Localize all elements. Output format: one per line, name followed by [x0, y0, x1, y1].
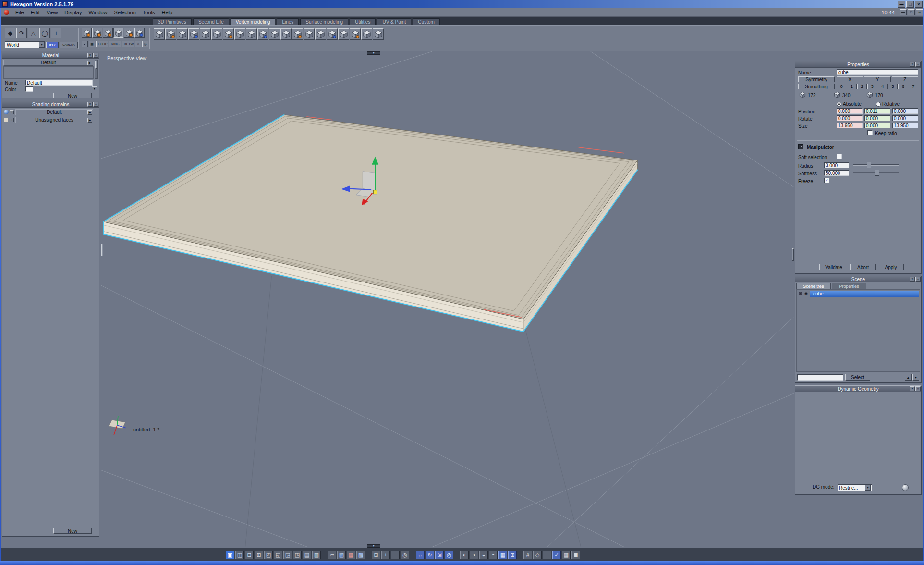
tab-scene-properties[interactable]: Properties [832, 283, 866, 289]
layout-quad-icon[interactable]: ⊞ [255, 551, 263, 559]
position-x-field[interactable] [837, 108, 863, 114]
radius-field[interactable] [824, 162, 849, 168]
modeling-tool-4-icon[interactable] [188, 28, 199, 40]
right-splitter-handle[interactable] [792, 248, 794, 261]
snap-point-icon[interactable]: ◇ [533, 551, 542, 559]
expand-node-icon[interactable]: ⊞ [799, 291, 802, 296]
freeze-checkbox[interactable]: ✓ [824, 178, 829, 183]
menu-selection[interactable]: Selection [111, 9, 139, 16]
size-x-field[interactable] [837, 123, 863, 128]
tool-axe-icon[interactable]: ◆ [5, 28, 15, 38]
material-scrollbar[interactable] [95, 60, 98, 79]
world-axis-select[interactable]: World ▼ [5, 41, 45, 48]
new-material-button[interactable]: New [53, 93, 92, 98]
modeling-tool-14-icon[interactable] [304, 28, 315, 40]
tab-custom[interactable]: Custom [413, 18, 439, 25]
tool-circle-icon[interactable]: ◯ [39, 28, 50, 38]
select-loop-mode-icon[interactable] [124, 28, 134, 38]
paint-select-icon[interactable]: ▦ [89, 41, 95, 47]
smoothing-level-1-button[interactable]: 1 [847, 84, 856, 89]
add-domain-icon[interactable]: + [10, 110, 14, 114]
abort-button[interactable]: Abort [850, 264, 876, 270]
smooth-shading-mode-icon[interactable]: ▦ [347, 551, 355, 559]
expand-all-icon[interactable]: ▲ [905, 374, 912, 381]
smoothing-level-3-button[interactable]: 3 [867, 84, 877, 89]
modeling-tool-6-icon[interactable] [211, 28, 222, 40]
rotate-y-field[interactable] [864, 115, 890, 121]
visibility-eye-icon[interactable]: ◉ [804, 291, 808, 296]
rotate-z-field[interactable] [892, 115, 918, 121]
modeling-tool-1-icon[interactable] [154, 28, 165, 40]
grid-toggle-icon[interactable]: ▦ [498, 551, 507, 559]
shading-domain-row[interactable]: Unassigned faces ▶ [15, 117, 93, 123]
select-auto-mode-icon[interactable] [134, 28, 145, 38]
layout-split-horizontal-icon[interactable]: ◫ [235, 551, 244, 559]
expand-arrow-icon[interactable]: ▶ [87, 110, 92, 115]
close-icon[interactable]: × [915, 277, 921, 282]
softness-slider[interactable] [853, 170, 899, 176]
rollup-icon[interactable]: ▼ [910, 62, 915, 67]
info-icon[interactable]: ≣ [571, 551, 580, 559]
smoothing-level-4-button[interactable]: 4 [878, 84, 888, 89]
wireframe-mode-icon[interactable]: ▱ [328, 551, 336, 559]
apply-button[interactable]: Apply [878, 264, 904, 270]
rollup-icon[interactable]: ▼ [910, 277, 915, 282]
between-select-button[interactable]: BETW [122, 41, 134, 47]
smoothing-level-5-button[interactable]: 5 [888, 84, 898, 89]
snap-toggle-icon[interactable]: ✓ [552, 551, 561, 559]
tab-scene-tree[interactable]: Scene tree [796, 283, 831, 289]
select-object-mode-icon[interactable] [113, 28, 123, 38]
symmetry-z-button[interactable]: Z [892, 76, 918, 82]
rollup-icon[interactable]: ▼ [87, 102, 93, 107]
collapse-bottombar-handle[interactable] [367, 544, 380, 548]
layout-right-large-icon[interactable]: ◲ [283, 551, 292, 559]
modeling-tool-15-icon[interactable] [315, 28, 326, 40]
layout-single-icon[interactable]: ▣ [226, 551, 234, 559]
modeling-tool-10-icon[interactable] [257, 28, 268, 40]
align-icon[interactable]: ≡ [543, 551, 551, 559]
ring-select-button[interactable]: RING [109, 41, 121, 47]
mdi-minimize-button[interactable]: — [900, 9, 907, 15]
layout-top-large-icon[interactable]: ◳ [293, 551, 302, 559]
select-edges-mode-icon[interactable] [92, 28, 102, 38]
view-bottom-icon[interactable]: ◒ [479, 551, 488, 559]
manipulator-center-handle[interactable] [373, 190, 377, 194]
soft-selection-checkbox[interactable] [837, 154, 842, 159]
modeling-tool-18-icon[interactable] [350, 28, 361, 40]
grow-selection-icon[interactable]: ○ [135, 41, 141, 47]
rollup-icon[interactable]: ▼ [87, 53, 93, 58]
smoothing-level-0-button[interactable]: 0 [837, 84, 846, 89]
layout-left-large-icon[interactable]: ◰ [264, 551, 273, 559]
shading-domain-row[interactable]: Default ▶ [15, 109, 93, 115]
dolly-view-icon[interactable]: ⇲ [435, 551, 444, 559]
material-color-swatch[interactable] [25, 86, 33, 92]
modeling-tool-19-icon[interactable] [361, 28, 372, 40]
tab-utilities[interactable]: Utilities [350, 18, 376, 25]
material-list-item[interactable]: Default ▶ [3, 60, 93, 66]
reset-view-icon[interactable]: ◎ [445, 551, 453, 559]
minimize-button[interactable]: — [898, 1, 905, 8]
menu-help[interactable]: Help [158, 9, 176, 16]
mdi-close-button[interactable]: × [916, 9, 923, 15]
close-button[interactable]: × [915, 1, 923, 8]
loop-select-button[interactable]: LOOP [96, 41, 108, 47]
tool-triangle-icon[interactable]: △ [28, 28, 38, 38]
textured-mode-icon[interactable]: ▩ [356, 551, 365, 559]
size-z-field[interactable] [892, 123, 918, 128]
close-icon[interactable]: × [93, 102, 98, 107]
xyz-toggle-button[interactable]: XYZ [46, 42, 59, 48]
menu-edit[interactable]: Edit [27, 9, 43, 16]
validate-button[interactable]: Validate [819, 264, 848, 270]
modeling-tool-13-icon[interactable] [292, 28, 303, 40]
scene-tree-area[interactable]: ⊞ ◉ cube [796, 289, 920, 372]
menu-tools[interactable]: Tools [139, 9, 158, 16]
object-name-field[interactable] [837, 69, 918, 75]
view-right-icon[interactable]: ◑ [470, 551, 478, 559]
new-domain-button[interactable]: New [53, 528, 92, 534]
menu-view[interactable]: View [43, 9, 61, 16]
color-dropdown-icon[interactable]: ▼ [92, 86, 97, 91]
mdi-restore-button[interactable]: □ [908, 9, 915, 15]
smoothing-level-7-button[interactable]: 7 [909, 84, 918, 89]
modeling-tool-20-icon[interactable] [373, 28, 384, 40]
restore-button[interactable]: □ [906, 1, 914, 8]
